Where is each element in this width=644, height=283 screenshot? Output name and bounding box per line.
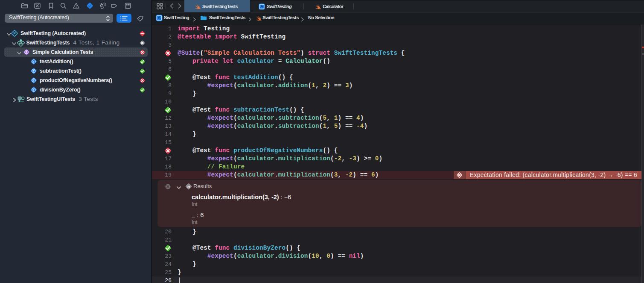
svg-text:T: T: [32, 69, 35, 73]
svg-text:S: S: [26, 50, 28, 54]
svg-text:n: n: [187, 184, 190, 189]
svg-text:T: T: [32, 60, 35, 64]
svg-text:T: T: [32, 88, 35, 92]
svg-text:T: T: [32, 79, 35, 83]
svg-text:P: P: [13, 31, 16, 35]
